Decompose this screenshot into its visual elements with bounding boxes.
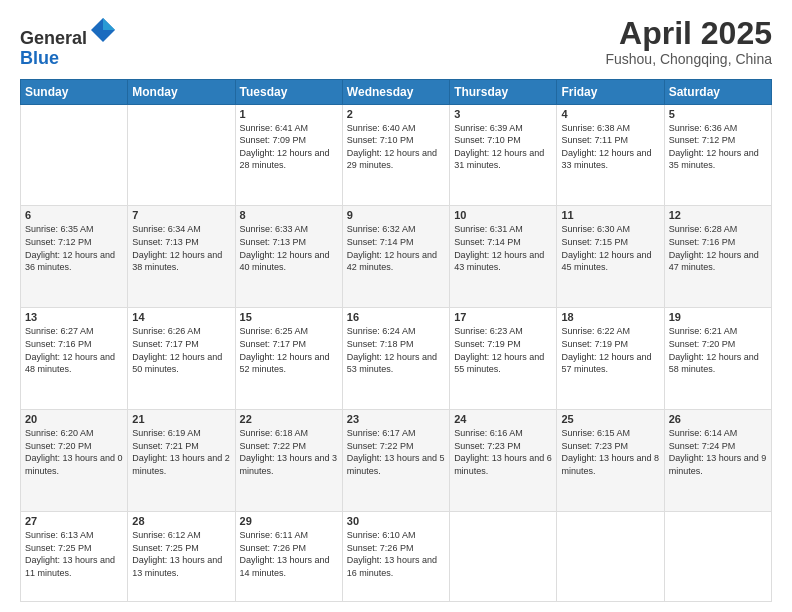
day-number: 21: [132, 413, 230, 425]
calendar-cell: 11Sunrise: 6:30 AM Sunset: 7:15 PM Dayli…: [557, 206, 664, 308]
day-info: Sunrise: 6:24 AM Sunset: 7:18 PM Dayligh…: [347, 325, 445, 375]
day-info: Sunrise: 6:12 AM Sunset: 7:25 PM Dayligh…: [132, 529, 230, 579]
calendar-cell: 24Sunrise: 6:16 AM Sunset: 7:23 PM Dayli…: [450, 410, 557, 512]
calendar-cell: [21, 104, 128, 206]
calendar-cell: 18Sunrise: 6:22 AM Sunset: 7:19 PM Dayli…: [557, 308, 664, 410]
day-number: 6: [25, 209, 123, 221]
day-number: 10: [454, 209, 552, 221]
day-info: Sunrise: 6:28 AM Sunset: 7:16 PM Dayligh…: [669, 223, 767, 273]
day-number: 17: [454, 311, 552, 323]
day-number: 9: [347, 209, 445, 221]
day-number: 20: [25, 413, 123, 425]
calendar-cell: 28Sunrise: 6:12 AM Sunset: 7:25 PM Dayli…: [128, 512, 235, 602]
day-number: 24: [454, 413, 552, 425]
col-monday: Monday: [128, 79, 235, 104]
logo-text: General Blue: [20, 16, 117, 69]
calendar-cell: 10Sunrise: 6:31 AM Sunset: 7:14 PM Dayli…: [450, 206, 557, 308]
calendar-cell: 8Sunrise: 6:33 AM Sunset: 7:13 PM Daylig…: [235, 206, 342, 308]
calendar-cell: 5Sunrise: 6:36 AM Sunset: 7:12 PM Daylig…: [664, 104, 771, 206]
day-info: Sunrise: 6:21 AM Sunset: 7:20 PM Dayligh…: [669, 325, 767, 375]
day-number: 30: [347, 515, 445, 527]
calendar-header-row: Sunday Monday Tuesday Wednesday Thursday…: [21, 79, 772, 104]
day-info: Sunrise: 6:25 AM Sunset: 7:17 PM Dayligh…: [240, 325, 338, 375]
day-number: 12: [669, 209, 767, 221]
calendar-cell: 19Sunrise: 6:21 AM Sunset: 7:20 PM Dayli…: [664, 308, 771, 410]
calendar-cell: 16Sunrise: 6:24 AM Sunset: 7:18 PM Dayli…: [342, 308, 449, 410]
logo: General Blue: [20, 16, 117, 69]
calendar-cell: 13Sunrise: 6:27 AM Sunset: 7:16 PM Dayli…: [21, 308, 128, 410]
calendar-cell: [450, 512, 557, 602]
calendar-cell: 15Sunrise: 6:25 AM Sunset: 7:17 PM Dayli…: [235, 308, 342, 410]
calendar-cell: 7Sunrise: 6:34 AM Sunset: 7:13 PM Daylig…: [128, 206, 235, 308]
main-title: April 2025: [605, 16, 772, 51]
day-info: Sunrise: 6:30 AM Sunset: 7:15 PM Dayligh…: [561, 223, 659, 273]
day-number: 15: [240, 311, 338, 323]
calendar-cell: 20Sunrise: 6:20 AM Sunset: 7:20 PM Dayli…: [21, 410, 128, 512]
calendar-cell: 25Sunrise: 6:15 AM Sunset: 7:23 PM Dayli…: [557, 410, 664, 512]
page: General Blue April 2025 Fushou, Chongqin…: [0, 0, 792, 612]
calendar-cell: 12Sunrise: 6:28 AM Sunset: 7:16 PM Dayli…: [664, 206, 771, 308]
col-tuesday: Tuesday: [235, 79, 342, 104]
day-info: Sunrise: 6:19 AM Sunset: 7:21 PM Dayligh…: [132, 427, 230, 477]
day-number: 13: [25, 311, 123, 323]
day-number: 28: [132, 515, 230, 527]
day-number: 18: [561, 311, 659, 323]
header: General Blue April 2025 Fushou, Chongqin…: [20, 16, 772, 69]
col-thursday: Thursday: [450, 79, 557, 104]
day-number: 1: [240, 108, 338, 120]
calendar-cell: 3Sunrise: 6:39 AM Sunset: 7:10 PM Daylig…: [450, 104, 557, 206]
col-wednesday: Wednesday: [342, 79, 449, 104]
calendar-table: Sunday Monday Tuesday Wednesday Thursday…: [20, 79, 772, 602]
day-info: Sunrise: 6:32 AM Sunset: 7:14 PM Dayligh…: [347, 223, 445, 273]
calendar-cell: [128, 104, 235, 206]
calendar-cell: 30Sunrise: 6:10 AM Sunset: 7:26 PM Dayli…: [342, 512, 449, 602]
col-sunday: Sunday: [21, 79, 128, 104]
day-number: 25: [561, 413, 659, 425]
day-info: Sunrise: 6:38 AM Sunset: 7:11 PM Dayligh…: [561, 122, 659, 172]
day-info: Sunrise: 6:34 AM Sunset: 7:13 PM Dayligh…: [132, 223, 230, 273]
day-info: Sunrise: 6:36 AM Sunset: 7:12 PM Dayligh…: [669, 122, 767, 172]
subtitle: Fushou, Chongqing, China: [605, 51, 772, 67]
day-number: 29: [240, 515, 338, 527]
day-number: 7: [132, 209, 230, 221]
col-saturday: Saturday: [664, 79, 771, 104]
day-info: Sunrise: 6:41 AM Sunset: 7:09 PM Dayligh…: [240, 122, 338, 172]
day-info: Sunrise: 6:27 AM Sunset: 7:16 PM Dayligh…: [25, 325, 123, 375]
calendar-cell: 6Sunrise: 6:35 AM Sunset: 7:12 PM Daylig…: [21, 206, 128, 308]
day-number: 16: [347, 311, 445, 323]
calendar-cell: [557, 512, 664, 602]
day-number: 14: [132, 311, 230, 323]
calendar-cell: 17Sunrise: 6:23 AM Sunset: 7:19 PM Dayli…: [450, 308, 557, 410]
calendar-cell: 1Sunrise: 6:41 AM Sunset: 7:09 PM Daylig…: [235, 104, 342, 206]
day-info: Sunrise: 6:20 AM Sunset: 7:20 PM Dayligh…: [25, 427, 123, 477]
col-friday: Friday: [557, 79, 664, 104]
day-info: Sunrise: 6:23 AM Sunset: 7:19 PM Dayligh…: [454, 325, 552, 375]
day-info: Sunrise: 6:10 AM Sunset: 7:26 PM Dayligh…: [347, 529, 445, 579]
calendar-cell: 22Sunrise: 6:18 AM Sunset: 7:22 PM Dayli…: [235, 410, 342, 512]
svg-marker-1: [103, 18, 115, 30]
calendar-cell: 21Sunrise: 6:19 AM Sunset: 7:21 PM Dayli…: [128, 410, 235, 512]
logo-icon: [89, 16, 117, 44]
day-number: 4: [561, 108, 659, 120]
day-number: 11: [561, 209, 659, 221]
day-info: Sunrise: 6:13 AM Sunset: 7:25 PM Dayligh…: [25, 529, 123, 579]
day-info: Sunrise: 6:11 AM Sunset: 7:26 PM Dayligh…: [240, 529, 338, 579]
day-info: Sunrise: 6:14 AM Sunset: 7:24 PM Dayligh…: [669, 427, 767, 477]
day-info: Sunrise: 6:31 AM Sunset: 7:14 PM Dayligh…: [454, 223, 552, 273]
calendar-cell: 2Sunrise: 6:40 AM Sunset: 7:10 PM Daylig…: [342, 104, 449, 206]
day-number: 27: [25, 515, 123, 527]
day-info: Sunrise: 6:15 AM Sunset: 7:23 PM Dayligh…: [561, 427, 659, 477]
calendar-cell: [664, 512, 771, 602]
title-block: April 2025 Fushou, Chongqing, China: [605, 16, 772, 67]
day-number: 23: [347, 413, 445, 425]
day-info: Sunrise: 6:35 AM Sunset: 7:12 PM Dayligh…: [25, 223, 123, 273]
calendar-cell: 23Sunrise: 6:17 AM Sunset: 7:22 PM Dayli…: [342, 410, 449, 512]
day-info: Sunrise: 6:18 AM Sunset: 7:22 PM Dayligh…: [240, 427, 338, 477]
calendar-cell: 4Sunrise: 6:38 AM Sunset: 7:11 PM Daylig…: [557, 104, 664, 206]
day-info: Sunrise: 6:39 AM Sunset: 7:10 PM Dayligh…: [454, 122, 552, 172]
day-number: 2: [347, 108, 445, 120]
day-number: 19: [669, 311, 767, 323]
day-number: 26: [669, 413, 767, 425]
calendar-cell: 29Sunrise: 6:11 AM Sunset: 7:26 PM Dayli…: [235, 512, 342, 602]
calendar-cell: 26Sunrise: 6:14 AM Sunset: 7:24 PM Dayli…: [664, 410, 771, 512]
